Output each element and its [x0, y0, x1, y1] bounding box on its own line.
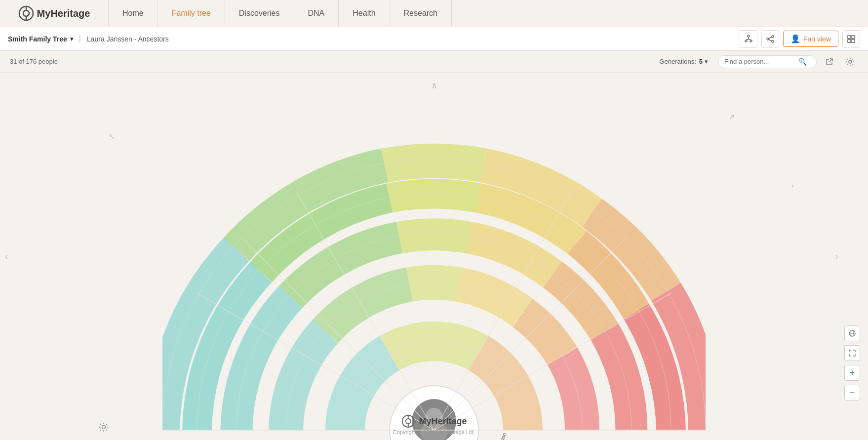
generations-control[interactable]: Generations: 5 ▾: [659, 58, 708, 65]
people-count: 31 of 176 people: [10, 58, 58, 65]
svg-line-13: [769, 37, 772, 39]
main-content: Laura Janssen Born: 1984 Brian Janssen B…: [0, 73, 868, 440]
top-right-arrow[interactable]: ↗: [728, 112, 735, 121]
fullscreen-icon: [848, 349, 856, 357]
nav-home[interactable]: Home: [109, 0, 158, 27]
top-left-arrow[interactable]: ↖: [109, 132, 115, 141]
svg-rect-17: [848, 40, 851, 42]
mid-right-arrow[interactable]: ›: [791, 181, 794, 190]
tree-name-label: Smith Family Tree: [8, 35, 67, 43]
minus-icon: −: [850, 388, 855, 398]
share-icon: [766, 35, 775, 43]
breadcrumb-path: Laura Janssen - Ancestors: [87, 35, 169, 43]
generations-value: 5: [699, 58, 703, 65]
tree-name-dropdown[interactable]: Smith Family Tree ▾: [8, 35, 73, 43]
nav-family-tree[interactable]: Family tree: [158, 0, 225, 27]
grid-icon: [847, 35, 856, 43]
zoom-out-button[interactable]: −: [844, 385, 860, 400]
svg-text:Debra Johnston: Debra Johnston: [490, 432, 507, 440]
nav-research[interactable]: Research: [390, 0, 452, 27]
generations-label: Generations:: [659, 58, 696, 65]
left-nav-arrow[interactable]: ‹: [5, 251, 8, 262]
external-link-icon: [825, 57, 834, 66]
bottom-settings-button[interactable]: [99, 422, 109, 434]
plus-icon: +: [850, 368, 855, 378]
fan-view-label: Fan view: [803, 35, 831, 43]
svg-rect-15: [848, 36, 851, 39]
fan-view-button[interactable]: 👤 Fan view: [783, 31, 838, 47]
side-controls: + −: [844, 325, 860, 400]
svg-point-6: [750, 40, 752, 42]
svg-line-14: [769, 40, 772, 41]
statusbar: 31 of 176 people Generations: 5 ▾ 🔍: [0, 51, 868, 73]
chevron-down-icon: ▾: [70, 36, 73, 42]
right-nav-arrow[interactable]: ›: [835, 251, 838, 262]
nav-health[interactable]: Health: [339, 0, 390, 27]
tree-view-button[interactable]: [740, 30, 757, 48]
svg-point-10: [772, 36, 774, 38]
nav-discoveries[interactable]: Discoveries: [225, 0, 294, 27]
settings-gear-icon: [99, 422, 109, 432]
fullscreen-button[interactable]: [844, 345, 860, 361]
breadcrumb-separator: |: [79, 35, 81, 43]
share-tree-button[interactable]: [761, 30, 779, 48]
search-icon: 🔍: [798, 58, 807, 66]
svg-point-19: [849, 60, 852, 63]
fan-view-icon: 👤: [790, 34, 800, 43]
svg-point-4: [748, 35, 750, 37]
svg-rect-18: [852, 40, 855, 42]
globe-icon: [848, 329, 856, 337]
person-debra-johnston[interactable]: Debra Johnston Born: 1955: [490, 432, 508, 440]
generations-chevron-icon: ▾: [705, 58, 708, 65]
svg-point-1: [23, 10, 29, 16]
share-button[interactable]: [822, 54, 837, 70]
svg-line-8: [746, 39, 749, 40]
toolbar: Smith Family Tree ▾ | Laura Janssen - An…: [0, 27, 868, 51]
nav-dna[interactable]: DNA: [294, 0, 339, 27]
fan-chart[interactable]: Laura Janssen Born: 1984 Brian Janssen B…: [162, 94, 706, 440]
search-person-input[interactable]: [724, 58, 798, 65]
gear-icon: [846, 57, 855, 66]
logo-text: MyHeritage: [37, 8, 90, 19]
top-nav-arrow[interactable]: ∧: [431, 80, 437, 91]
tree-icon: [744, 35, 753, 43]
logo-area: MyHeritage: [0, 0, 109, 27]
svg-point-12: [772, 40, 774, 42]
header: MyHeritage Home Family tree Discoveries …: [0, 0, 868, 27]
zoom-in-button[interactable]: +: [844, 365, 860, 381]
settings-button[interactable]: [842, 54, 858, 70]
svg-point-5: [745, 40, 747, 42]
svg-rect-16: [852, 36, 855, 39]
grid-view-button[interactable]: [842, 30, 860, 48]
svg-line-9: [749, 39, 751, 40]
svg-point-45: [102, 426, 106, 429]
main-nav: Home Family tree Discoveries DNA Health …: [109, 0, 868, 27]
globe-button[interactable]: [844, 325, 860, 341]
search-person-container[interactable]: 🔍: [718, 55, 817, 68]
myheritage-logo-icon: [18, 5, 34, 21]
svg-point-11: [767, 38, 769, 40]
